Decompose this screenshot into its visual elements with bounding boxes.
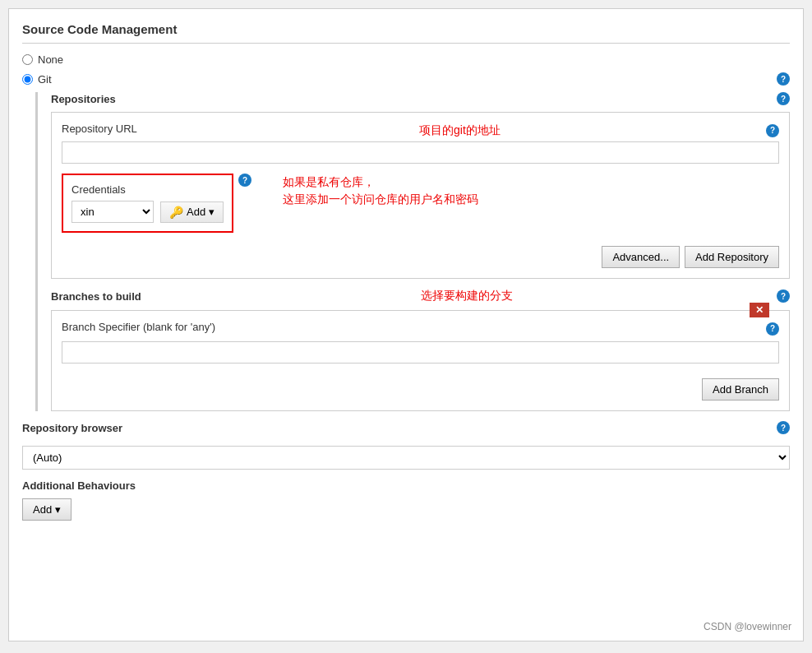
none-label: None	[38, 53, 63, 66]
additional-behaviours-label: Additional Behaviours	[22, 479, 790, 492]
cred-annotation-line1: 如果是私有仓库，	[283, 174, 478, 191]
repositories-block: Repositories ? Repository URL 项目的git的地址 …	[35, 92, 790, 411]
watermark: CSDN @lovewinner	[704, 621, 791, 632]
branch-specifier-row: Branch Specifier (blank for 'any') ?	[62, 321, 779, 336]
branches-header: Branches to build 选择要构建的分支 ?	[51, 289, 790, 303]
branches-help-icon[interactable]: ?	[777, 289, 790, 303]
git-radio[interactable]	[22, 74, 33, 85]
credentials-inner: xin 🔑 Add ▾	[72, 201, 224, 223]
credentials-wrapper: Credentials xin 🔑 Add ▾ ?	[62, 174, 233, 239]
repo-browser-select[interactable]: (Auto)	[22, 446, 790, 470]
additional-add-button[interactable]: Add ▾	[22, 498, 72, 521]
branch-specifier-label: Branch Specifier (blank for 'any')	[62, 321, 215, 333]
repository-sub-section: Repository URL 项目的git的地址 ? https://...bd…	[51, 112, 790, 279]
repo-browser-help-icon[interactable]: ?	[777, 421, 790, 434]
add-dropdown-arrow: ▾	[209, 206, 215, 218]
repo-url-input[interactable]: https://...bd/sboot-....git	[62, 141, 779, 164]
repo-browser-section: Repository browser ? (Auto)	[22, 421, 790, 470]
advanced-button[interactable]: Advanced...	[602, 246, 680, 268]
credentials-box: Credentials xin 🔑 Add ▾	[62, 174, 233, 233]
add-repository-button[interactable]: Add Repository	[685, 246, 779, 268]
additional-add-label: Add	[33, 503, 52, 516]
key-icon: 🔑	[169, 206, 183, 219]
git-label: Git	[38, 73, 52, 86]
git-help-icon[interactable]: ?	[777, 72, 790, 86]
cred-annotation-line2: 这里添加一个访问仓库的用户名和密码	[283, 191, 478, 208]
credentials-select[interactable]: xin	[72, 201, 154, 223]
credentials-area: Credentials xin 🔑 Add ▾ ?	[62, 174, 779, 239]
none-radio[interactable]	[22, 54, 33, 65]
add-branch-button[interactable]: Add Branch	[702, 378, 779, 401]
credentials-add-button[interactable]: 🔑 Add ▾	[160, 201, 224, 223]
none-radio-group: None	[22, 53, 790, 66]
repo-browser-label: Repository browser	[22, 422, 122, 434]
branches-annotation: 选择要构建的分支	[421, 289, 513, 303]
branches-label: Branches to build	[51, 290, 141, 303]
branches-inner: ✕ Branch Specifier (blank for 'any') ? *…	[51, 310, 790, 411]
branch-buttons-row: Add Branch	[62, 378, 779, 401]
repositories-header: Repositories ?	[51, 92, 790, 105]
repo-url-help-icon[interactable]: ?	[766, 124, 779, 137]
repositories-help-icon[interactable]: ?	[777, 92, 790, 105]
repo-browser-header: Repository browser ?	[22, 421, 790, 434]
additional-behaviours-section: Additional Behaviours Add ▾	[22, 479, 790, 521]
git-radio-group: Git ?	[22, 72, 790, 86]
branches-section: Branches to build 选择要构建的分支 ? ✕ Branch Sp…	[51, 289, 790, 411]
branch-specifier-help-icon[interactable]: ?	[766, 322, 779, 336]
repository-buttons-row: Advanced... Add Repository	[62, 246, 779, 268]
repo-url-annotation: 项目的git的地址	[419, 123, 501, 138]
repo-url-row: Repository URL 项目的git的地址 ?	[62, 123, 779, 138]
repositories-label: Repositories	[51, 93, 116, 105]
credentials-annotation: 如果是私有仓库， 这里添加一个访问仓库的用户名和密码	[283, 174, 478, 208]
section-title: Source Code Management	[22, 22, 790, 44]
additional-add-arrow: ▾	[55, 503, 61, 516]
repo-url-label: Repository URL	[62, 123, 137, 135]
add-btn-label: Add	[187, 206, 205, 218]
branch-specifier-input[interactable]: */master	[62, 341, 779, 364]
credentials-help-icon[interactable]: ?	[238, 174, 251, 187]
credentials-label: Credentials	[72, 183, 224, 196]
page-wrapper: Source Code Management None Git ? Reposi…	[8, 8, 804, 641]
remove-branch-button[interactable]: ✕	[750, 303, 769, 317]
